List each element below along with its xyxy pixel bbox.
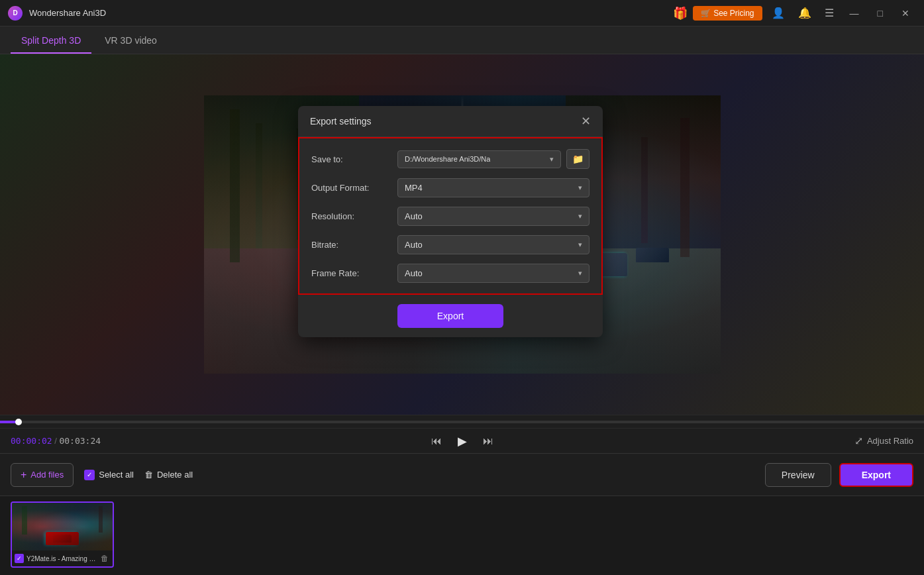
dialog-title: Export settings	[310, 116, 372, 127]
save-to-row: Save to: D:/Wondershare Ani3D/Na ▾ 📁	[311, 149, 590, 169]
cart-icon: 🛒	[701, 9, 711, 18]
dialog-body: Save to: D:/Wondershare Ani3D/Na ▾ 📁 Out…	[298, 137, 603, 295]
tabbar: Split Depth 3D VR 3D video	[0, 26, 924, 54]
frame-rate-select[interactable]: Auto ▾	[397, 264, 590, 283]
maximize-button[interactable]: □	[871, 5, 890, 21]
bottom-toolbar: + Add files ✓ Select all 🗑 Delete all Pr…	[0, 453, 924, 496]
bitrate-chevron-icon: ▾	[578, 240, 582, 249]
skip-back-button[interactable]: ⏮	[429, 433, 444, 450]
select-all-button[interactable]: ✓ Select all	[84, 470, 134, 480]
frame-rate-control: Auto ▾	[397, 264, 590, 283]
file-label-row-1: ✓ Y2Mate.is - Amazing 3D R. 🗑	[12, 550, 113, 566]
close-button[interactable]: ✕	[895, 5, 916, 21]
folder-icon: 📁	[572, 154, 584, 164]
skip-forward-button[interactable]: ⏭	[480, 433, 496, 450]
save-to-label: Save to:	[311, 154, 397, 164]
file-name-1: Y2Mate.is - Amazing 3D R.	[26, 555, 97, 562]
minimize-button[interactable]: —	[843, 5, 866, 21]
dialog-header: Export settings ✕	[298, 106, 603, 137]
bitrate-value: Auto	[405, 240, 423, 250]
browse-folder-button[interactable]: 📁	[566, 149, 590, 169]
resolution-control: Auto ▾	[397, 207, 590, 226]
resolution-row: Resolution: Auto ▾	[311, 207, 590, 226]
save-to-path-field[interactable]: D:/Wondershare Ani3D/Na ▾	[397, 150, 561, 168]
right-buttons: Preview Export	[765, 463, 913, 487]
export-dialog: Export settings ✕ Save to: D:/Wondershar…	[298, 106, 603, 337]
output-format-select[interactable]: MP4 ▾	[397, 178, 590, 197]
playback-controls-row: 00:00:02 / 00:03:24 ⏮ ▶ ⏭ ⤢ Adjust Ratio	[0, 428, 924, 453]
titlebar-actions: 🎁 🛒 See Pricing 👤 🔔 ☰ — □ ✕	[673, 5, 916, 21]
file-thumbnail-1[interactable]: ✓ Y2Mate.is - Amazing 3D R. 🗑	[11, 501, 114, 568]
dialog-close-button[interactable]: ✕	[581, 115, 591, 127]
save-to-control: D:/Wondershare Ani3D/Na ▾ 📁	[397, 149, 590, 169]
tab-vr-3d-video[interactable]: VR 3D video	[94, 28, 168, 54]
frame-rate-chevron-icon: ▾	[578, 269, 582, 278]
add-files-button[interactable]: + Add files	[11, 463, 74, 487]
output-format-chevron-icon: ▾	[578, 183, 582, 192]
bitrate-row: Bitrate: Auto ▾	[311, 235, 590, 254]
output-format-value: MP4	[405, 183, 423, 193]
scrubber-thumb[interactable]	[15, 419, 22, 425]
dialog-footer: Export	[298, 295, 603, 337]
menu-icon-button[interactable]: ☰	[821, 5, 838, 21]
export-dialog-button[interactable]: Export	[397, 304, 503, 328]
add-icon: +	[21, 469, 26, 481]
app-logo-text: D	[13, 9, 17, 17]
frame-rate-value: Auto	[405, 268, 423, 278]
select-all-checkbox: ✓	[84, 470, 95, 480]
resolution-value: Auto	[405, 211, 423, 221]
file-delete-button-1[interactable]: 🗑	[99, 554, 110, 563]
app-logo: D	[8, 6, 23, 21]
current-time: 00:00:02	[11, 436, 52, 446]
file-thumb-image-1	[12, 503, 113, 550]
resize-icon: ⤢	[854, 435, 863, 447]
bitrate-select[interactable]: Auto ▾	[397, 235, 590, 254]
export-button-main[interactable]: Export	[839, 463, 913, 487]
save-to-path-text: D:/Wondershare Ani3D/Na	[405, 155, 490, 163]
play-button[interactable]: ▶	[455, 431, 470, 451]
bell-icon-button[interactable]: 🔔	[794, 5, 815, 21]
resolution-select[interactable]: Auto ▾	[397, 207, 590, 226]
scrubber-track[interactable]	[0, 421, 924, 423]
delete-icon: 🗑	[144, 470, 153, 480]
file-strip: ✓ Y2Mate.is - Amazing 3D R. 🗑	[0, 496, 924, 575]
titlebar: D Wondershare Ani3D 🎁 🛒 See Pricing 👤 🔔 …	[0, 0, 924, 26]
frame-rate-label: Frame Rate:	[311, 268, 397, 278]
app-title: Wondershare Ani3D	[29, 8, 106, 18]
see-pricing-button[interactable]: 🛒 See Pricing	[693, 6, 762, 21]
scrubber-area[interactable]	[0, 415, 924, 428]
adjust-ratio-button[interactable]: ⤢ Adjust Ratio	[854, 435, 913, 447]
preview-button[interactable]: Preview	[765, 463, 831, 487]
user-icon-button[interactable]: 👤	[768, 5, 789, 21]
resolution-chevron-icon: ▾	[578, 212, 582, 221]
frame-rate-row: Frame Rate: Auto ▾	[311, 264, 590, 283]
resolution-label: Resolution:	[311, 211, 397, 221]
total-time: 00:03:24	[59, 436, 101, 446]
bitrate-label: Bitrate:	[311, 240, 397, 250]
output-format-label: Output Format:	[311, 183, 397, 193]
save-to-chevron-icon: ▾	[550, 155, 554, 164]
file-checkbox-1[interactable]: ✓	[15, 554, 24, 563]
output-format-control: MP4 ▾	[397, 178, 590, 197]
delete-all-button[interactable]: 🗑 Delete all	[144, 470, 193, 480]
output-format-row: Output Format: MP4 ▾	[311, 178, 590, 197]
bitrate-control: Auto ▾	[397, 235, 590, 254]
tab-split-depth-3d[interactable]: Split Depth 3D	[11, 28, 91, 54]
gift-icon[interactable]: 🎁	[673, 6, 688, 21]
